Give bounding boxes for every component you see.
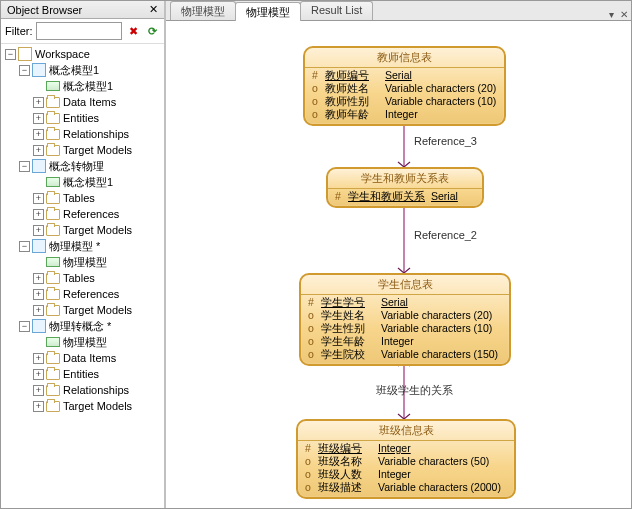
- tree-row[interactable]: 概念模型1: [5, 174, 162, 190]
- attr-name: 班级描述: [318, 481, 372, 494]
- filter-input[interactable]: [36, 22, 123, 40]
- pk-mark-icon: #: [307, 296, 315, 309]
- entity-attribute-row[interactable]: o班级描述Variable characters (2000): [304, 481, 508, 494]
- tree-row[interactable]: +Tables: [5, 270, 162, 286]
- folder-icon: [46, 353, 60, 364]
- tree-row[interactable]: +References: [5, 286, 162, 302]
- model-icon: [32, 319, 46, 333]
- entity-attribute-row[interactable]: o学生年龄Integer: [307, 335, 503, 348]
- expand-icon[interactable]: +: [33, 289, 44, 300]
- entity-attribute-row[interactable]: #教师编号Serial: [311, 69, 498, 82]
- entity-attribute-row[interactable]: #班级编号Integer: [304, 442, 508, 455]
- tree-row[interactable]: 概念模型1: [5, 78, 162, 94]
- expand-icon[interactable]: +: [33, 273, 44, 284]
- canvas-panel: 物理模型物理模型Result List ▾ ✕: [166, 1, 631, 508]
- attr-type: Serial: [381, 296, 408, 309]
- entity-box[interactable]: 班级信息表#班级编号Integero班级名称Variable character…: [296, 419, 516, 499]
- expand-icon[interactable]: +: [33, 97, 44, 108]
- expand-icon[interactable]: +: [33, 353, 44, 364]
- tree-row[interactable]: 物理模型: [5, 334, 162, 350]
- tree-row[interactable]: +Entities: [5, 366, 162, 382]
- tree-label: Relationships: [62, 384, 130, 396]
- entity-box[interactable]: 学生和教师关系表#学生和教师关系Serial: [326, 167, 484, 208]
- clear-filter-icon[interactable]: ✖: [125, 23, 141, 39]
- tree-label: Tables: [62, 192, 96, 204]
- nullable-mark-icon: o: [304, 455, 312, 468]
- entity-attribute-row[interactable]: o教师姓名Variable characters (20): [311, 82, 498, 95]
- tree-row[interactable]: +Target Models: [5, 142, 162, 158]
- entity-attribute-row[interactable]: o学生姓名Variable characters (20): [307, 309, 503, 322]
- tree-row[interactable]: −物理模型 *: [5, 238, 162, 254]
- expand-icon[interactable]: +: [33, 209, 44, 220]
- entity-attribute-row[interactable]: o班级名称Variable characters (50): [304, 455, 508, 468]
- tab-close-icon[interactable]: ✕: [617, 9, 631, 20]
- expand-icon[interactable]: +: [33, 385, 44, 396]
- refresh-icon[interactable]: ⟳: [144, 23, 160, 39]
- pk-mark-icon: #: [334, 190, 342, 203]
- expand-icon[interactable]: +: [33, 113, 44, 124]
- tree-row[interactable]: +Target Models: [5, 222, 162, 238]
- collapse-icon[interactable]: −: [19, 161, 30, 172]
- tree-row[interactable]: +Target Models: [5, 302, 162, 318]
- filter-row: Filter: ✖ ⟳: [1, 19, 164, 44]
- entity-box[interactable]: 教师信息表#教师编号Serialo教师姓名Variable characters…: [303, 46, 506, 126]
- object-tree[interactable]: −Workspace−概念模型1概念模型1+Data Items+Entitie…: [1, 44, 164, 508]
- collapse-icon[interactable]: −: [19, 241, 30, 252]
- entity-attribute-row[interactable]: #学生和教师关系Serial: [334, 190, 476, 203]
- entity-attribute-row[interactable]: o教师年龄Integer: [311, 108, 498, 121]
- diagram-canvas[interactable]: Reference_3 Reference_2 班级学生的关系 教师信息表#教师…: [166, 21, 631, 508]
- tree-row[interactable]: −概念转物理: [5, 158, 162, 174]
- tree-row[interactable]: 物理模型: [5, 254, 162, 270]
- tree-label: Target Models: [62, 224, 133, 236]
- attr-name: 学生年龄: [321, 335, 375, 348]
- expand-icon[interactable]: +: [33, 129, 44, 140]
- collapse-icon[interactable]: −: [19, 65, 30, 76]
- tab[interactable]: Result List: [300, 1, 373, 20]
- expand-icon[interactable]: +: [33, 305, 44, 316]
- expand-icon[interactable]: +: [33, 225, 44, 236]
- expand-icon[interactable]: +: [33, 401, 44, 412]
- relationship-label[interactable]: Reference_3: [414, 135, 477, 147]
- nullable-mark-icon: o: [307, 322, 315, 335]
- entity-body: #班级编号Integero班级名称Variable characters (50…: [298, 441, 514, 497]
- tree-row[interactable]: +Relationships: [5, 126, 162, 142]
- expand-icon[interactable]: +: [33, 369, 44, 380]
- folder-icon: [46, 305, 60, 316]
- workspace-icon: [18, 47, 32, 61]
- collapse-icon[interactable]: −: [5, 49, 16, 60]
- folder-icon: [46, 401, 60, 412]
- pk-mark-icon: #: [311, 69, 319, 82]
- tab-dropdown-icon[interactable]: ▾: [606, 9, 617, 20]
- tree-label: Workspace: [34, 48, 91, 60]
- tree-row[interactable]: +Tables: [5, 190, 162, 206]
- relationship-label[interactable]: Reference_2: [414, 229, 477, 241]
- entity-attribute-row[interactable]: o班级人数Integer: [304, 468, 508, 481]
- relationship-label[interactable]: 班级学生的关系: [376, 383, 453, 398]
- tab[interactable]: 物理模型: [170, 1, 236, 20]
- entity-attribute-row[interactable]: o学生院校Variable characters (150): [307, 348, 503, 361]
- nullable-mark-icon: o: [307, 348, 315, 361]
- tree-row[interactable]: +Target Models: [5, 398, 162, 414]
- entity-attribute-row[interactable]: o学生性别Variable characters (10): [307, 322, 503, 335]
- expand-icon[interactable]: +: [33, 193, 44, 204]
- tree-label: References: [62, 288, 120, 300]
- tree-row[interactable]: +Data Items: [5, 94, 162, 110]
- collapse-icon[interactable]: −: [19, 321, 30, 332]
- panel-titlebar: Object Browser ✕: [1, 1, 164, 19]
- entity-box[interactable]: 学生信息表#学生学号Serialo学生姓名Variable characters…: [299, 273, 511, 366]
- panel-close-button[interactable]: ✕: [149, 3, 158, 16]
- expand-icon[interactable]: +: [33, 145, 44, 156]
- tree-row[interactable]: −物理转概念 *: [5, 318, 162, 334]
- expander-placeholder: [33, 81, 44, 92]
- tree-row[interactable]: −概念模型1: [5, 62, 162, 78]
- entity-attribute-row[interactable]: #学生学号Serial: [307, 296, 503, 309]
- nullable-mark-icon: o: [304, 481, 312, 494]
- tree-row[interactable]: +References: [5, 206, 162, 222]
- tree-row[interactable]: +Data Items: [5, 350, 162, 366]
- entity-attribute-row[interactable]: o教师性别Variable characters (10): [311, 95, 498, 108]
- tree-row[interactable]: −Workspace: [5, 46, 162, 62]
- tab[interactable]: 物理模型: [235, 2, 301, 21]
- tree-row[interactable]: +Entities: [5, 110, 162, 126]
- tree-row[interactable]: +Relationships: [5, 382, 162, 398]
- nullable-mark-icon: o: [307, 335, 315, 348]
